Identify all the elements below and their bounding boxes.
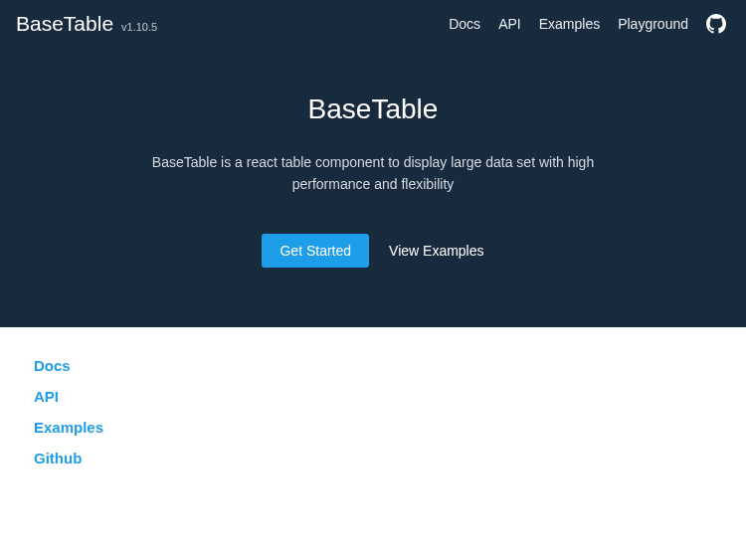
github-icon[interactable]	[706, 14, 726, 34]
nav-playground[interactable]: Playground	[618, 16, 688, 32]
hero-title: BaseTable	[0, 93, 746, 125]
body-links: Docs API Examples Github	[0, 327, 746, 496]
header: BaseTable v1.10.5 Docs API Examples Play…	[0, 0, 746, 48]
get-started-button[interactable]: Get Started	[262, 234, 369, 268]
nav-examples[interactable]: Examples	[539, 16, 600, 32]
view-examples-button[interactable]: View Examples	[389, 243, 483, 259]
nav-api[interactable]: API	[498, 16, 521, 32]
nav-docs[interactable]: Docs	[449, 16, 480, 32]
hero-section: BaseTable v1.10.5 Docs API Examples Play…	[0, 0, 746, 327]
hero-content: BaseTable BaseTable is a react table com…	[0, 48, 746, 268]
hero-buttons: Get Started View Examples	[0, 234, 746, 268]
hero-description: BaseTable is a react table component to …	[134, 151, 612, 196]
link-api[interactable]: API	[34, 388, 712, 405]
link-github[interactable]: Github	[34, 450, 712, 467]
link-docs[interactable]: Docs	[34, 357, 712, 374]
link-examples[interactable]: Examples	[34, 419, 712, 436]
brand-title: BaseTable	[16, 12, 113, 36]
top-nav: Docs API Examples Playground	[449, 14, 726, 34]
brand: BaseTable v1.10.5	[16, 12, 157, 36]
brand-version: v1.10.5	[121, 21, 157, 33]
